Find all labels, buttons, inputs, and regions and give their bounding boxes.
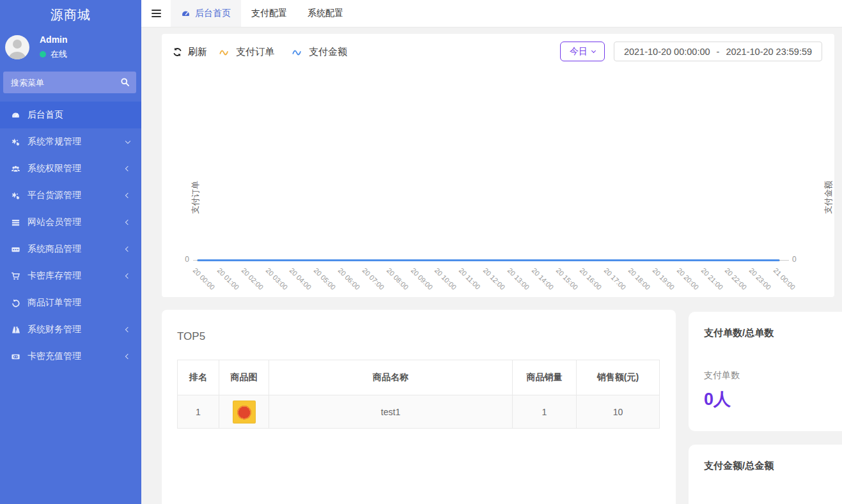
chart-card: 刷新 支付订单支付金额 今日 2021-10-20 00:00:00 - 202… <box>162 34 834 297</box>
chevron-left-icon <box>125 193 130 198</box>
menu-search <box>3 72 136 93</box>
chevron-left-icon <box>125 220 130 225</box>
topbar: 后台首页支付配置系统配置 <box>141 0 842 27</box>
legend-item-0[interactable]: 支付订单 <box>218 46 274 58</box>
stat-card-amount: 支付金额/总金额 <box>689 445 842 504</box>
refresh-button[interactable]: 刷新 <box>173 46 207 58</box>
tab-1[interactable]: 支付配置 <box>241 0 297 27</box>
cart-icon <box>10 271 20 281</box>
range-select[interactable]: 今日 <box>560 42 605 61</box>
wave-icon <box>291 48 304 56</box>
credit-card-icon <box>10 351 20 362</box>
sidebar-item-0[interactable]: 后台首页 <box>0 102 141 128</box>
stat-title: 支付单数/总单数 <box>704 327 839 339</box>
top5-col-header: 商品名称 <box>269 360 513 395</box>
date-range-input[interactable]: 2021-10-20 00:00:00 - 2021-10-20 23:59:5… <box>614 42 822 61</box>
sidebar-item-8[interactable]: 系统财务管理 <box>0 316 141 343</box>
chart-lines <box>162 70 834 297</box>
wave-icon <box>218 48 231 56</box>
sidebar-menu: 后台首页系统常规管理系统权限管理平台货源管理网站会员管理系统商品管理卡密库存管理… <box>0 102 141 370</box>
table-cell: 1 <box>513 395 577 429</box>
date-separator: - <box>717 47 720 57</box>
user-name: Admin <box>40 34 68 45</box>
top5-col-header: 排名 <box>178 360 219 395</box>
sidebar-item-6[interactable]: 卡密库存管理 <box>0 263 141 289</box>
content: 刷新 支付订单支付金额 今日 2021-10-20 00:00:00 - 202… <box>141 27 842 504</box>
binoculars-icon <box>10 325 20 335</box>
date-end: 2021-10-20 23:59:59 <box>726 47 812 57</box>
avatar <box>5 35 29 59</box>
top5-table: 排名商品图商品名称商品销量销售额(元)1test1110 <box>177 360 660 429</box>
product-thumbnail <box>233 401 256 424</box>
table-row: 1test1110 <box>178 395 660 429</box>
user-panel: Admin 在线 <box>0 29 141 68</box>
app-root: 源商城 Admin 在线 后台首页系统常规管理系统权限管理平台 <box>0 0 842 504</box>
chevron-left-icon <box>125 327 130 332</box>
stat-metric-value: 0人 <box>704 388 839 411</box>
top5-col-header: 商品图 <box>219 360 269 395</box>
table-cell: 10 <box>577 395 660 429</box>
top5-card: TOP5 排名商品图商品名称商品销量销售额(元)1test1110 <box>162 310 676 504</box>
legend-item-1[interactable]: 支付金额 <box>291 46 347 58</box>
table-cell: test1 <box>269 395 513 429</box>
stat-metric-label: 支付单数 <box>704 370 839 381</box>
chevron-left-icon <box>125 247 130 252</box>
history-icon <box>10 298 20 308</box>
top5-col-header: 销售额(元) <box>577 360 660 395</box>
stat-card-orders: 支付单数/总单数 支付单数 0人 <box>689 312 842 431</box>
user-status: 在线 <box>40 49 68 60</box>
refresh-icon <box>173 47 182 57</box>
sidebar-item-7[interactable]: 商品订单管理 <box>0 289 141 316</box>
stat-column: 支付单数/总单数 支付单数 0人 支付金额/总金额 <box>689 312 842 504</box>
chevron-left-icon <box>125 273 130 279</box>
top5-col-header: 商品销量 <box>513 360 577 395</box>
chevron-down-icon <box>591 48 596 52</box>
dashboard-icon <box>10 110 20 120</box>
list-icon <box>10 217 20 227</box>
sidebar-item-5[interactable]: 系统商品管理 <box>0 236 141 263</box>
product-card-icon <box>10 244 20 254</box>
tab-bar: 后台首页支付配置系统配置 <box>171 0 354 27</box>
chevron-left-icon <box>125 354 130 359</box>
chart-plot: 支付订单 支付金额 0 0 20 00:0020 01:0020 02:0020… <box>162 70 834 297</box>
gears-icon <box>10 137 20 147</box>
search-icon[interactable] <box>120 77 130 89</box>
chevron-left-icon <box>125 166 130 171</box>
search-input[interactable] <box>3 72 136 93</box>
date-start: 2021-10-20 00:00:00 <box>624 47 710 57</box>
online-label: 在线 <box>51 49 67 60</box>
sidebar-item-4[interactable]: 网站会员管理 <box>0 209 141 236</box>
product-image-cell <box>219 395 269 429</box>
sidebar-item-1[interactable]: 系统常规管理 <box>0 128 141 155</box>
online-dot <box>40 51 46 57</box>
table-cell: 1 <box>178 395 219 429</box>
sidebar: 源商城 Admin 在线 后台首页系统常规管理系统权限管理平台 <box>0 0 141 504</box>
stat-title: 支付金额/总金额 <box>704 460 839 472</box>
dashboard-icon <box>181 9 191 19</box>
sidebar-item-2[interactable]: 系统权限管理 <box>0 155 141 182</box>
person-icon <box>5 35 29 59</box>
sidebar-item-9[interactable]: 卡密充值管理 <box>0 343 141 370</box>
tab-0[interactable]: 后台首页 <box>171 0 241 27</box>
tab-2[interactable]: 系统配置 <box>297 0 354 27</box>
chart-legend: 支付订单支付金额 <box>218 46 347 58</box>
chevron-down-icon <box>125 138 130 143</box>
users-icon <box>10 164 20 174</box>
sidebar-item-3[interactable]: 平台货源管理 <box>0 182 141 209</box>
top5-title: TOP5 <box>177 330 660 343</box>
app-title: 源商城 <box>0 0 141 29</box>
gears-icon <box>10 190 20 201</box>
hamburger-icon[interactable] <box>141 0 171 27</box>
